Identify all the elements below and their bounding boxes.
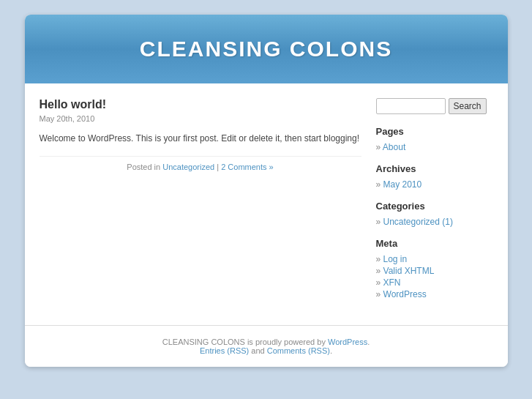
categories-list: Uncategorized (1) [376, 216, 493, 228]
post-date: May 20th, 2010 [40, 114, 361, 123]
meta-section: Meta Log in Valid XHTML XFN WordPress [376, 238, 493, 300]
archives-may2010-link[interactable]: May 2010 [383, 179, 422, 190]
search-button[interactable]: Search [449, 98, 487, 114]
pages-section: Pages About [376, 126, 493, 153]
list-item: XFN [376, 277, 493, 288]
list-item: Log in [376, 253, 493, 265]
post-footer: Posted in Uncategorized | 2 Comments » [40, 156, 361, 171]
footer-wp-link[interactable]: WordPress [328, 338, 367, 346]
archives-section-title: Archives [376, 163, 493, 174]
list-item: May 2010 [376, 179, 493, 190]
meta-login-link[interactable]: Log in [383, 254, 408, 264]
categories-uncategorized-link[interactable]: Uncategorized (1) [383, 217, 453, 227]
sidebar: Search Pages About Archives May 2010 Cat… [376, 98, 493, 310]
meta-xhtml-link[interactable]: Valid XHTML [383, 266, 435, 276]
categories-section: Categories Uncategorized (1) [376, 201, 493, 228]
pages-section-title: Pages [376, 126, 493, 137]
archives-section: Archives May 2010 [376, 163, 493, 190]
main-content: Hello world! May 20th, 2010 Welcome to W… [40, 98, 361, 310]
post-category-link[interactable]: Uncategorized [162, 163, 214, 171]
search-widget: Search [376, 98, 493, 114]
archives-list: May 2010 [376, 179, 493, 190]
post-comments-link[interactable]: 2 Comments » [221, 163, 274, 171]
list-item: Uncategorized (1) [376, 216, 493, 228]
site-header: CLEANSING COLONS [25, 15, 508, 83]
search-input[interactable] [376, 98, 446, 114]
list-item: About [376, 141, 493, 153]
footer-and: and [251, 346, 264, 355]
footer-text: CLEANSING COLONS is proudly powered by [162, 338, 326, 346]
posted-in-label: Posted in [127, 163, 160, 171]
footer-entries-link[interactable]: Entries (RSS) [200, 346, 249, 355]
meta-list: Log in Valid XHTML XFN WordPress [376, 253, 493, 300]
list-item: WordPress [376, 288, 493, 300]
content-wrapper: Hello world! May 20th, 2010 Welcome to W… [25, 83, 508, 325]
pages-about-link[interactable]: About [383, 142, 405, 152]
post-content: Welcome to WordPress. This is your first… [40, 132, 361, 146]
post: Hello world! May 20th, 2010 Welcome to W… [40, 98, 361, 171]
categories-section-title: Categories [376, 201, 493, 212]
meta-xfn-link[interactable]: XFN [383, 277, 401, 288]
footer-comments-link[interactable]: Comments (RSS) [267, 346, 330, 355]
post-title: Hello world! [40, 98, 361, 111]
meta-wordpress-link[interactable]: WordPress [383, 289, 427, 299]
meta-section-title: Meta [376, 238, 493, 249]
pages-list: About [376, 141, 493, 153]
site-title: CLEANSING COLONS [40, 37, 493, 61]
list-item: Valid XHTML [376, 265, 493, 277]
site-footer: CLEANSING COLONS is proudly powered by W… [25, 325, 508, 367]
page-wrapper: CLEANSING COLONS Hello world! May 20th, … [25, 15, 508, 367]
